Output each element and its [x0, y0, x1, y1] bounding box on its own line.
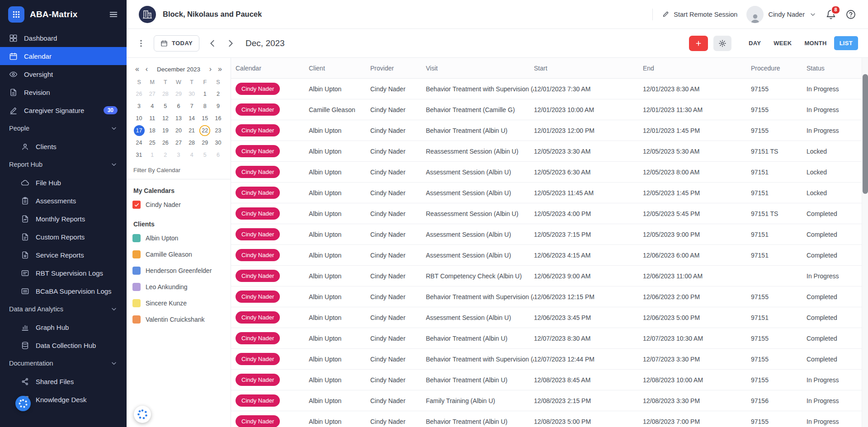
- table-row[interactable]: Cindy NaderAlbin UptonCindy NaderBehavio…: [231, 328, 862, 349]
- calendar-pill[interactable]: Cindy Nader: [236, 311, 280, 324]
- sidebar-item-oversight[interactable]: Oversight: [0, 65, 127, 83]
- table-row[interactable]: Cindy NaderCamille GleasonCindy NaderBeh…: [231, 99, 862, 120]
- calendar-pill[interactable]: Cindy Nader: [236, 124, 280, 136]
- view-month[interactable]: MONTH: [799, 36, 832, 50]
- mini-calendar-day[interactable]: 17: [134, 125, 145, 136]
- table-row[interactable]: Cindy NaderAlbin UptonCindy NaderBehavio…: [231, 411, 862, 427]
- next-period-button[interactable]: [226, 38, 236, 48]
- sidebar-item-shared-files[interactable]: Shared Files: [0, 372, 127, 390]
- view-day[interactable]: DAY: [743, 36, 766, 50]
- sidebar-item-monthly-reports[interactable]: Monthly Reports: [0, 210, 127, 228]
- mini-calendar-day[interactable]: 28: [160, 89, 171, 99]
- mini-calendar-day[interactable]: 16: [212, 113, 223, 124]
- mini-calendar-day[interactable]: 2: [160, 150, 171, 160]
- previous-month-button[interactable]: ‹: [142, 65, 151, 73]
- mini-calendar-day[interactable]: 10: [134, 113, 145, 124]
- table-row[interactable]: Cindy NaderAlbin UptonCindy NaderBehavio…: [231, 370, 862, 390]
- sidebar-section-data-and-analytics[interactable]: Data and Analytics: [0, 300, 127, 318]
- mini-calendar-day[interactable]: 4: [147, 101, 158, 112]
- client-filter-valentin-cruickshank[interactable]: Valentin Cruickshank: [132, 311, 225, 328]
- sidebar-item-calendar[interactable]: Calendar: [0, 47, 127, 65]
- table-row[interactable]: Cindy NaderAlbin UptonCindy NaderRBT Com…: [231, 266, 862, 286]
- sidebar-section-people[interactable]: People: [0, 119, 127, 137]
- calendar-pill[interactable]: Cindy Nader: [236, 207, 280, 220]
- calendar-pill[interactable]: Cindy Nader: [236, 270, 280, 282]
- calendar-checkbox-icon[interactable]: [132, 201, 141, 209]
- mini-calendar-day[interactable]: 30: [212, 137, 223, 148]
- calendar-filter-cindy-nader[interactable]: Cindy Nader: [132, 197, 225, 213]
- calendar-pill[interactable]: Cindy Nader: [236, 83, 280, 95]
- previous-year-button[interactable]: «: [132, 65, 142, 73]
- sidebar-section-report-hub[interactable]: Report Hub: [0, 155, 127, 174]
- client-filter-leo-ankunding[interactable]: Leo Ankunding: [132, 279, 225, 295]
- calendar-pill[interactable]: Cindy Nader: [236, 145, 280, 157]
- table-row[interactable]: Cindy NaderAlbin UptonCindy NaderReasses…: [231, 203, 862, 224]
- mini-calendar-day[interactable]: 22: [199, 125, 210, 136]
- mini-calendar-day[interactable]: 1: [147, 150, 158, 160]
- mini-calendar-day[interactable]: 30: [186, 89, 197, 99]
- add-event-button[interactable]: [689, 36, 708, 51]
- sidebar-item-file-hub[interactable]: File Hub: [0, 174, 127, 192]
- mini-calendar-day[interactable]: 1: [199, 89, 210, 99]
- sidebar-section-documentation[interactable]: Documentation: [0, 354, 127, 372]
- calendar-pill[interactable]: Cindy Nader: [236, 353, 280, 365]
- calendar-pill[interactable]: Cindy Nader: [236, 187, 280, 199]
- mini-calendar-day[interactable]: 19: [160, 125, 171, 136]
- user-menu[interactable]: Cindy Nader: [746, 6, 816, 23]
- mini-calendar-day[interactable]: 13: [173, 113, 184, 124]
- mini-calendar-day[interactable]: 18: [147, 125, 158, 136]
- table-row[interactable]: Cindy NaderAlbin UptonCindy NaderBehavio…: [231, 286, 862, 307]
- table-row[interactable]: Cindy NaderAlbin UptonCindy NaderFamily …: [231, 390, 862, 411]
- view-list[interactable]: LIST: [834, 36, 858, 50]
- sidebar-item-rbt-supervision-logs[interactable]: RBT Supervision Logs: [0, 264, 127, 282]
- next-year-button[interactable]: »: [215, 65, 225, 73]
- calendar-pill[interactable]: Cindy Nader: [236, 394, 280, 407]
- mini-calendar-day[interactable]: 20: [173, 125, 184, 136]
- mini-calendar-day[interactable]: 14: [186, 113, 197, 124]
- calendar-pill[interactable]: Cindy Nader: [236, 249, 280, 261]
- table-row[interactable]: Cindy NaderAlbin UptonCindy NaderAssessm…: [231, 183, 862, 203]
- chat-widget-button[interactable]: [134, 406, 151, 423]
- calendar-pill[interactable]: Cindy Nader: [236, 103, 280, 116]
- walkthrough-widget-button[interactable]: [15, 396, 31, 411]
- calendar-pill[interactable]: Cindy Nader: [236, 291, 280, 303]
- sidebar-item-custom-reports[interactable]: Custom Reports: [0, 228, 127, 246]
- kebab-menu-icon[interactable]: [137, 39, 146, 48]
- mini-calendar-day[interactable]: 15: [199, 113, 210, 124]
- client-filter-sincere-kunze[interactable]: Sincere Kunze: [132, 295, 225, 311]
- table-row[interactable]: Cindy NaderAlbin UptonCindy NaderAssessm…: [231, 307, 862, 328]
- mini-calendar-day[interactable]: 6: [173, 101, 184, 112]
- calendar-pill[interactable]: Cindy Nader: [236, 228, 280, 240]
- mini-calendar-day[interactable]: 7: [186, 101, 197, 112]
- sidebar-item-graph-hub[interactable]: Graph Hub: [0, 318, 127, 336]
- mini-calendar-day[interactable]: 21: [186, 125, 197, 136]
- mini-calendar-day[interactable]: 4: [186, 150, 197, 160]
- mini-calendar-day[interactable]: 2: [212, 89, 223, 99]
- table-row[interactable]: Cindy NaderAlbin UptonCindy NaderReasses…: [231, 141, 862, 162]
- table-row[interactable]: Cindy NaderAlbin UptonCindy NaderBehavio…: [231, 79, 862, 99]
- table-row[interactable]: Cindy NaderAlbin UptonCindy NaderAssessm…: [231, 162, 862, 183]
- help-icon[interactable]: [845, 9, 856, 20]
- mini-calendar-day[interactable]: 5: [160, 101, 171, 112]
- mini-calendar-day[interactable]: 24: [134, 137, 145, 148]
- vertical-scrollbar[interactable]: [862, 58, 868, 427]
- next-month-button[interactable]: ›: [206, 65, 215, 73]
- calendar-pill[interactable]: Cindy Nader: [236, 415, 280, 427]
- start-remote-session-button[interactable]: Start Remote Session: [662, 10, 737, 18]
- view-week[interactable]: WEEK: [768, 36, 797, 50]
- calendar-settings-button[interactable]: [713, 36, 731, 51]
- mini-calendar-day[interactable]: 29: [173, 89, 184, 99]
- mini-calendar-day[interactable]: 29: [199, 137, 210, 148]
- mini-calendar-day[interactable]: 12: [160, 113, 171, 124]
- sidebar-item-data-collection-hub[interactable]: Data Collection Hub: [0, 336, 127, 354]
- mini-calendar-day[interactable]: 26: [134, 89, 145, 99]
- table-row[interactable]: Cindy NaderAlbin UptonCindy NaderAssessm…: [231, 224, 862, 245]
- calendar-pill[interactable]: Cindy Nader: [236, 374, 280, 386]
- mini-calendar-day[interactable]: 9: [212, 101, 223, 112]
- sidebar-item-service-reports[interactable]: Service Reports: [0, 246, 127, 264]
- mini-calendar-day[interactable]: 27: [147, 89, 158, 99]
- hamburger-menu-icon[interactable]: [108, 9, 118, 19]
- today-button[interactable]: TODAY: [154, 35, 199, 52]
- mini-calendar-day[interactable]: 3: [173, 150, 184, 160]
- sidebar-item-revision[interactable]: Revision: [0, 83, 127, 101]
